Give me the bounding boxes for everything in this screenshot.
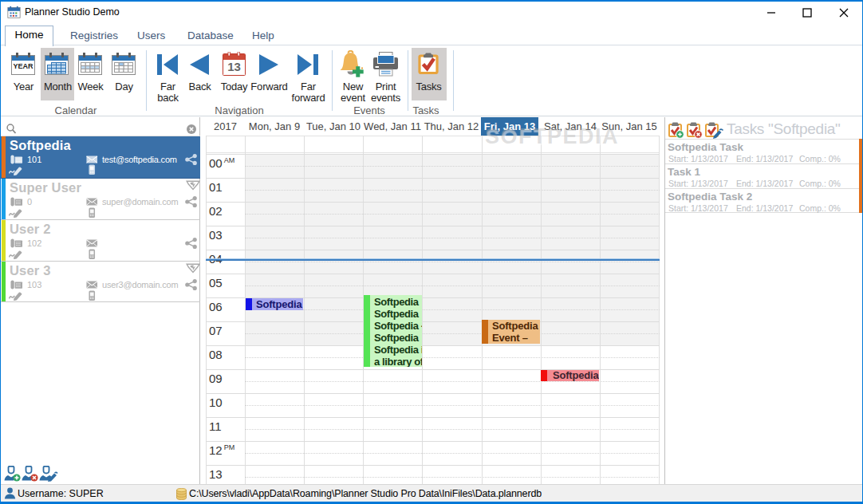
svg-text:13: 13: [227, 60, 241, 73]
svg-text:YEAR: YEAR: [13, 62, 33, 70]
